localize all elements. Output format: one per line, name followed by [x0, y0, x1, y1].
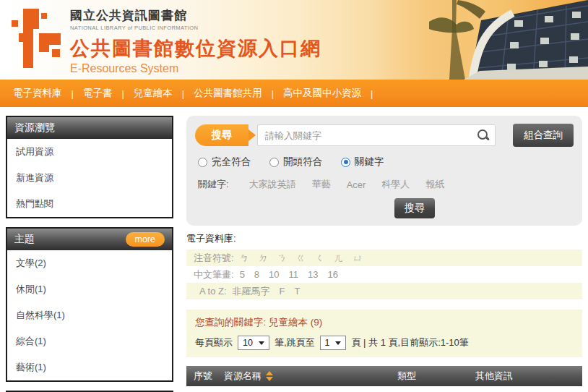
sidebar-item-art[interactable]: 藝術(1) — [7, 354, 172, 380]
stroke-count[interactable]: 13 — [308, 269, 318, 280]
site-title: 公共圖書館數位資源入口網 — [70, 35, 321, 61]
nav-item-public-shared[interactable]: 公共圖書館共用 — [194, 87, 262, 100]
database-section-label: 電子資料庫: — [186, 232, 582, 245]
keyword-link[interactable]: Acer — [347, 179, 366, 190]
combo-search-button[interactable]: 組合查詢 — [513, 124, 574, 147]
sidebar-browse-title: 資源瀏覽 — [7, 117, 172, 139]
sidebar-browse-title-label: 資源瀏覽 — [14, 122, 55, 135]
nav-separator: | — [371, 88, 373, 99]
strokes-label: 中文筆畫: — [194, 268, 234, 281]
radio-begins-label: 開頭符合 — [283, 155, 322, 169]
search-input-wrap — [257, 124, 496, 146]
zhuyin-letter[interactable]: ㄉ — [259, 252, 268, 265]
org-name: 國立公共資訊圖書館 — [70, 7, 321, 24]
col-header-name: 資源名稱 — [224, 370, 397, 383]
search-input[interactable] — [257, 124, 496, 146]
sidebar-item-leisure[interactable]: 休閒(1) — [7, 276, 172, 302]
nav-item-school-resources[interactable]: 高中及國中小資源 — [283, 87, 361, 100]
table-header-row: 序號 資源名稱 類型 其他資訊 — [186, 366, 582, 386]
zhuyin-letter[interactable]: ㄋ — [277, 252, 287, 265]
sidebar: 資源瀏覽 試用資源 新進資源 熱門點閱 主題 more 文學(2) 休閒(1) … — [6, 116, 173, 392]
stroke-count[interactable]: 5 — [240, 269, 245, 280]
atoz-item[interactable]: T — [295, 286, 301, 297]
search-submit-button[interactable]: 搜尋 — [394, 198, 435, 218]
stroke-count[interactable]: 11 — [289, 269, 299, 280]
zhuyin-index-row: 注音符號: ㄅ ㄉ ㄋ ㄍ ㄑ ㄦ ㄩ — [186, 250, 582, 266]
nav-separator: | — [72, 88, 74, 99]
query-result-text: 您查詢的關鍵字: 兒童繪本 (9) — [195, 316, 574, 329]
zhuyin-letter[interactable]: ㄍ — [296, 252, 306, 265]
zhuyin-letter[interactable]: ㄩ — [353, 252, 363, 265]
sidebar-section-browse: 資源瀏覽 試用資源 新進資源 熱門點閱 — [6, 116, 173, 218]
zhuyin-letter[interactable]: ㄦ — [334, 252, 343, 265]
pagination-bar: 每頁顯示 10 筆,跳頁至 1 頁 | 共 1 頁,目前顯示:1-10筆 — [195, 336, 574, 350]
nav-separator: | — [121, 88, 124, 99]
chevron-down-icon — [335, 341, 341, 345]
org-name-en: NATIONAL LIBRARY of PUBLIC INFORMATION — [70, 25, 321, 31]
col-header-no: 序號 — [186, 370, 224, 383]
radio-exact-match[interactable]: 完全符合 — [198, 155, 251, 169]
atoz-item[interactable]: 非羅馬字 — [233, 285, 270, 298]
radio-exact-label: 完全符合 — [212, 155, 251, 169]
zhuyin-label: 注音符號: — [194, 252, 234, 265]
main-content: 搜尋 組合查詢 完全符合 開頭符合 關鍵字 — [186, 116, 582, 392]
page-header: 國立公共資訊圖書館 NATIONAL LIBRARY of PUBLIC INF… — [0, 0, 588, 80]
jump-page-select[interactable]: 1 — [320, 336, 347, 350]
keyword-link[interactable]: 科學人 — [381, 178, 410, 191]
stroke-count[interactable]: 16 — [328, 269, 338, 280]
keyword-link[interactable]: 報紙 — [425, 178, 444, 191]
col-header-type: 類型 — [397, 370, 475, 383]
nav-separator: | — [182, 88, 184, 99]
hot-keywords-label: 關鍵字: — [198, 178, 229, 191]
sidebar-subject-title: 主題 more — [7, 229, 172, 250]
result-summary-box: 您查詢的關鍵字: 兒童繪本 (9) 每頁顯示 10 筆,跳頁至 1 頁 | 共 … — [186, 310, 582, 357]
jump-page-value: 1 — [325, 338, 330, 348]
sidebar-item-new-resources[interactable]: 新進資源 — [7, 165, 172, 191]
keyword-link[interactable]: 大家說英語 — [249, 178, 296, 191]
atoz-label: A to Z: — [199, 286, 227, 297]
zhuyin-letter[interactable]: ㄑ — [315, 252, 324, 265]
radio-circle-icon[interactable] — [269, 158, 279, 167]
nav-item-ebooks[interactable]: 電子書 — [83, 87, 113, 100]
nav-item-databases[interactable]: 電子資料庫 — [13, 87, 62, 100]
per-page-value: 10 — [243, 338, 253, 348]
more-button[interactable]: more — [126, 232, 165, 247]
stroke-count[interactable]: 10 — [269, 269, 279, 280]
sidebar-item-trial-resources[interactable]: 試用資源 — [7, 139, 172, 165]
site-subtitle: E-Resources System — [70, 62, 321, 75]
results-table: 序號 資源名稱 類型 其他資訊 1 FunPark童書夢工廠 全文 電子書 — [186, 366, 582, 392]
strokes-index-row: 中文筆畫: 5 8 10 11 13 16 — [186, 266, 582, 283]
table-row: 1 FunPark童書夢工廠 全文 電子書 [帳號、密碼:國資圖借閱證帳號(身分… — [186, 386, 582, 392]
stroke-count[interactable]: 8 — [254, 269, 259, 280]
nav-item-children-books[interactable]: 兒童繪本 — [134, 87, 173, 100]
per-page-suffix: 筆,跳頁至 — [274, 336, 315, 349]
chevron-down-icon — [259, 341, 264, 345]
magnifier-icon[interactable] — [477, 129, 490, 142]
search-panel: 搜尋 組合查詢 完全符合 開頭符合 關鍵字 — [186, 116, 582, 226]
atoz-item[interactable]: F — [280, 286, 285, 297]
radio-begins-with[interactable]: 開頭符合 — [269, 155, 322, 169]
library-building-photo — [371, 0, 588, 80]
sidebar-item-natural-science[interactable]: 自然科學(1) — [7, 302, 172, 328]
sidebar-item-popular[interactable]: 熱門點閱 — [7, 191, 172, 217]
sidebar-subject-title-label: 主題 — [14, 233, 35, 246]
keyword-link[interactable]: 華藝 — [312, 178, 331, 191]
radio-circle-icon[interactable] — [198, 158, 207, 167]
atoz-index-row: A to Z: 非羅馬字 F T — [186, 283, 582, 299]
sort-icon[interactable] — [266, 371, 273, 381]
col-header-name-label: 資源名稱 — [224, 370, 261, 383]
page-summary: 頁 | 共 1 頁,目前顯示:1-10筆 — [351, 336, 468, 349]
sidebar-item-general[interactable]: 綜合(1) — [7, 328, 172, 354]
zhuyin-letter[interactable]: ㄅ — [240, 252, 249, 265]
radio-circle-icon[interactable] — [341, 158, 350, 167]
radio-keyword-label: 關鍵字 — [355, 155, 384, 169]
search-tab[interactable]: 搜尋 — [195, 124, 248, 146]
library-logo-icon — [7, 4, 68, 74]
nav-separator: | — [272, 88, 274, 99]
per-page-select[interactable]: 10 — [238, 336, 269, 350]
col-header-info: 其他資訊 — [475, 370, 582, 383]
sidebar-item-literature[interactable]: 文學(2) — [7, 250, 172, 276]
per-page-prefix: 每頁顯示 — [195, 336, 233, 349]
browse-index: 注音符號: ㄅ ㄉ ㄋ ㄍ ㄑ ㄦ ㄩ 中文筆畫: 5 8 10 11 13 1… — [186, 250, 582, 299]
radio-keyword[interactable]: 關鍵字 — [341, 155, 384, 169]
